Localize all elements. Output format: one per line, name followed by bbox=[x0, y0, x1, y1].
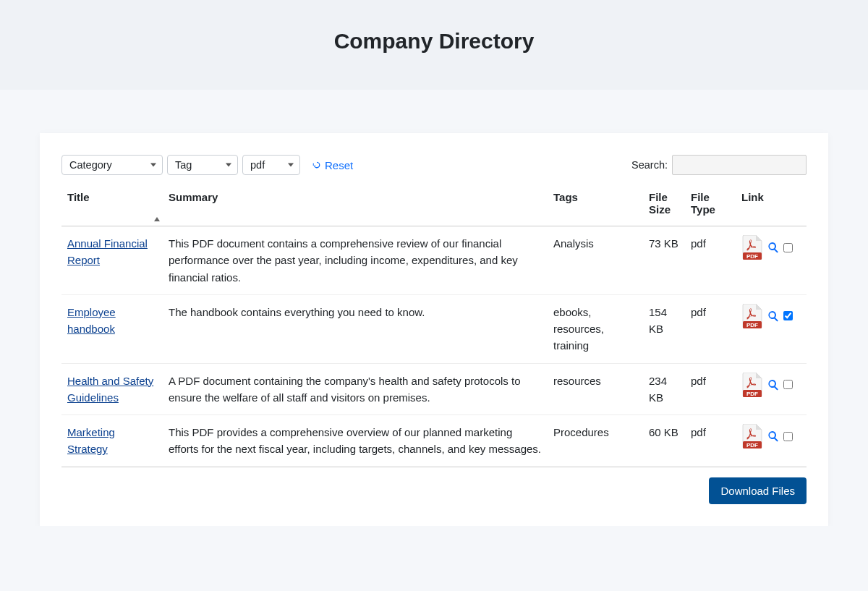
preview-button[interactable] bbox=[767, 310, 779, 322]
sort-asc-icon bbox=[154, 217, 160, 221]
document-type: pdf bbox=[685, 363, 736, 415]
chevron-down-icon bbox=[150, 163, 156, 167]
column-header-summary[interactable]: Summary bbox=[163, 184, 548, 226]
documents-table: Title Summary Tags File Size File Type L… bbox=[61, 184, 807, 467]
pdf-file-icon: PDF bbox=[741, 373, 763, 397]
table-row: Annual Financial Report This PDF documen… bbox=[61, 226, 807, 295]
document-summary: The handbook contains everything you nee… bbox=[163, 294, 548, 363]
reset-button[interactable]: Reset bbox=[312, 159, 353, 171]
column-header-tags[interactable]: Tags bbox=[548, 184, 643, 226]
table-row: Health and Safety Guidelines A PDF docum… bbox=[61, 363, 807, 415]
document-tags: Procedures bbox=[548, 415, 643, 467]
document-size: 234 KB bbox=[643, 363, 685, 415]
document-title-link[interactable]: Marketing Strategy bbox=[67, 426, 115, 455]
pdf-file-icon: PDF bbox=[741, 235, 763, 260]
document-type: pdf bbox=[685, 415, 736, 467]
search-label: Search: bbox=[631, 159, 668, 171]
document-size: 73 KB bbox=[643, 226, 685, 295]
document-tags: resources bbox=[548, 363, 643, 415]
table-row: Marketing Strategy This PDF provides a c… bbox=[61, 415, 807, 467]
tag-filter[interactable]: Tag bbox=[167, 155, 238, 175]
tag-filter-label: Tag bbox=[175, 159, 192, 171]
document-size: 60 KB bbox=[643, 415, 685, 467]
chevron-down-icon bbox=[288, 163, 294, 167]
column-header-link[interactable]: Link bbox=[736, 184, 807, 226]
filetype-filter-value: pdf bbox=[250, 159, 265, 171]
select-row-checkbox[interactable] bbox=[783, 432, 793, 441]
category-filter[interactable]: Category bbox=[61, 155, 163, 175]
filters-row: Category Tag pdf Reset Search: bbox=[61, 155, 807, 175]
document-summary: This PDF provides a comprehensive overvi… bbox=[163, 415, 548, 467]
document-summary: This PDF document contains a comprehensi… bbox=[163, 226, 548, 295]
svg-text:PDF: PDF bbox=[746, 253, 758, 260]
svg-text:PDF: PDF bbox=[746, 390, 758, 396]
page-title: Company Directory bbox=[0, 29, 868, 54]
document-title-link[interactable]: Annual Financial Report bbox=[67, 237, 148, 266]
table-row: Employee handbook The handbook contains … bbox=[61, 294, 807, 363]
select-row-checkbox[interactable] bbox=[783, 311, 793, 320]
document-tags: ebooks, resources, training bbox=[548, 294, 643, 363]
filetype-filter[interactable]: pdf bbox=[242, 155, 300, 175]
preview-button[interactable] bbox=[767, 430, 779, 442]
column-header-type[interactable]: File Type bbox=[685, 184, 736, 226]
pdf-file-icon: PDF bbox=[741, 304, 763, 328]
document-download-link[interactable]: PDF bbox=[741, 304, 763, 328]
document-title-link[interactable]: Employee handbook bbox=[67, 306, 116, 335]
document-type: pdf bbox=[685, 226, 736, 295]
reset-label: Reset bbox=[325, 159, 353, 171]
preview-button[interactable] bbox=[767, 242, 779, 253]
column-header-title[interactable]: Title bbox=[61, 184, 163, 226]
pdf-file-icon: PDF bbox=[741, 424, 763, 448]
select-row-checkbox[interactable] bbox=[783, 380, 793, 389]
search-input[interactable] bbox=[672, 155, 807, 175]
undo-icon bbox=[312, 160, 322, 170]
preview-button[interactable] bbox=[767, 379, 779, 391]
category-filter-label: Category bbox=[69, 159, 112, 171]
search-wrap: Search: bbox=[631, 155, 807, 175]
directory-panel: Category Tag pdf Reset Search: Title bbox=[40, 133, 828, 526]
column-header-size[interactable]: File Size bbox=[643, 184, 685, 226]
document-download-link[interactable]: PDF bbox=[741, 235, 763, 260]
download-files-button[interactable]: Download Files bbox=[709, 477, 807, 504]
select-row-checkbox[interactable] bbox=[783, 243, 793, 252]
document-title-link[interactable]: Health and Safety Guidelines bbox=[67, 375, 153, 404]
document-size: 154 KB bbox=[643, 294, 685, 363]
document-tags: Analysis bbox=[548, 226, 643, 295]
document-download-link[interactable]: PDF bbox=[741, 373, 763, 397]
svg-text:PDF: PDF bbox=[746, 442, 758, 448]
document-summary: A PDF document containing the company's … bbox=[163, 363, 548, 415]
svg-text:PDF: PDF bbox=[746, 321, 758, 328]
document-download-link[interactable]: PDF bbox=[741, 424, 763, 448]
document-type: pdf bbox=[685, 294, 736, 363]
chevron-down-icon bbox=[226, 163, 231, 167]
